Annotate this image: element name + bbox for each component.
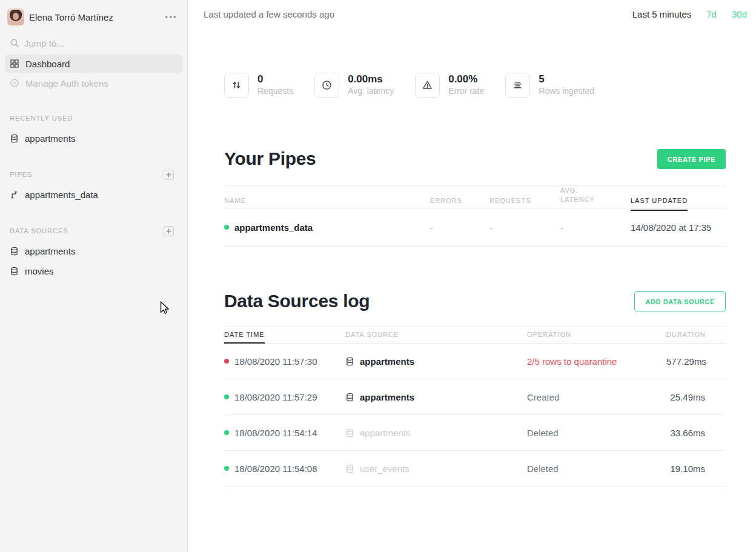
sidebar-section-recently-used: RECENTLY USED appartments bbox=[0, 113, 187, 148]
plus-icon bbox=[166, 172, 171, 178]
column-header-avg-latency[interactable]: AVG. LATENCY bbox=[560, 186, 631, 204]
rows-icon bbox=[505, 73, 530, 98]
database-icon bbox=[345, 464, 354, 473]
column-header-last-updated[interactable]: LAST UPDATED bbox=[631, 197, 726, 204]
add-data-source-button[interactable]: ADD DATA SOURCE bbox=[634, 291, 726, 311]
column-header-date-time[interactable]: DATE TIME bbox=[224, 331, 345, 338]
pipes-section: Your Pipes CREATE PIPE NAME ERRORS REQUE… bbox=[224, 148, 726, 247]
sidebar-item-recent-appartments[interactable]: appartments bbox=[0, 128, 187, 148]
log-table: DATE TIME DATA SOURCE OPERATION DURATION… bbox=[224, 326, 726, 487]
pipe-row[interactable]: appartments_data - - - 14/08/2020 at 17:… bbox=[224, 208, 726, 247]
sidebar-item-datasource-appartments[interactable]: appartments bbox=[0, 241, 187, 261]
range-30d-link[interactable]: 30d bbox=[732, 9, 747, 19]
ellipsis-icon[interactable]: ••• bbox=[162, 11, 180, 23]
log-operation[interactable]: 2/5 rows to quarantine bbox=[527, 356, 666, 367]
stat-avg-latency: 0.00ms Avg. latency bbox=[314, 73, 394, 98]
stat-rows-ingested: 5 Rows ingested bbox=[505, 73, 594, 98]
sidebar-item-dashboard[interactable]: Dashboard bbox=[5, 55, 182, 73]
status-dot-error bbox=[224, 359, 229, 364]
stat-label: Error rate bbox=[448, 85, 484, 97]
warning-triangle-icon bbox=[415, 73, 440, 98]
main-panel: Last updated a few seconds ago Last 5 mi… bbox=[188, 0, 756, 552]
status-dot bbox=[224, 430, 229, 435]
log-datasource[interactable]: appartments bbox=[345, 392, 527, 402]
last-updated-text: Last updated a few seconds ago bbox=[204, 9, 334, 19]
log-datetime: 18/08/2020 11:57:30 bbox=[234, 356, 317, 367]
log-operation: Deleted bbox=[527, 464, 666, 474]
sidebar-section-datasources: DATA SOURCES appartments bbox=[0, 225, 187, 281]
log-operation: Created bbox=[527, 392, 666, 402]
search-icon bbox=[10, 38, 19, 48]
sidebar-item-label: movies bbox=[25, 266, 54, 276]
pipes-table-header: NAME ERRORS REQUESTS AVG. LATENCY LAST U… bbox=[224, 186, 726, 208]
stat-value: 0.00ms bbox=[348, 73, 394, 85]
column-header-requests[interactable]: REQUESTS bbox=[489, 197, 560, 204]
log-duration: 19.10ms bbox=[666, 464, 726, 474]
range-last-5-minutes[interactable]: Last 5 minutes bbox=[632, 9, 692, 19]
column-header-data-source[interactable]: DATA SOURCE bbox=[345, 331, 527, 338]
log-row: 18/08/2020 11:54:14 appartments Deleted … bbox=[224, 415, 726, 451]
range-7d-link[interactable]: 7d bbox=[706, 9, 717, 19]
pipes-title: Your Pipes bbox=[224, 148, 316, 169]
user-menu[interactable]: Elena Torró Martínez ••• bbox=[0, 5, 187, 29]
dashboard-content: 0 Requests 0.00ms Avg. latency bbox=[188, 28, 756, 487]
grid-icon bbox=[10, 59, 19, 68]
column-header-duration[interactable]: DURATION bbox=[666, 331, 726, 338]
log-datetime: 18/08/2020 11:57:29 bbox=[234, 392, 317, 402]
column-header-errors[interactable]: ERRORS bbox=[430, 197, 489, 204]
datasource-name: appartments bbox=[360, 356, 414, 367]
database-icon bbox=[345, 428, 354, 437]
datasource-name: user_events bbox=[360, 464, 409, 474]
database-icon bbox=[345, 393, 354, 402]
sidebar-item-datasource-movies[interactable]: movies bbox=[0, 261, 187, 281]
sidebar-item-auth-tokens[interactable]: Manage Auth tokens bbox=[5, 74, 182, 92]
sidebar-item-label: appartments_data bbox=[25, 190, 98, 200]
datasources-log-section: Data Sources log ADD DATA SOURCE DATE TI… bbox=[224, 291, 726, 487]
database-icon bbox=[345, 357, 354, 366]
log-duration: 577.29ms bbox=[666, 356, 727, 367]
stat-error-rate: 0.00% Error rate bbox=[415, 73, 484, 98]
sidebar-item-label: Dashboard bbox=[25, 59, 70, 69]
time-range-picker: Last 5 minutes 7d 30d bbox=[632, 9, 747, 19]
stat-requests: 0 Requests bbox=[224, 73, 293, 98]
pipe-icon bbox=[10, 190, 19, 199]
stat-label: Avg. latency bbox=[348, 85, 394, 97]
stat-label: Requests bbox=[257, 85, 293, 97]
sidebar-item-label: appartments bbox=[25, 133, 75, 144]
pipe-requests: - bbox=[489, 222, 560, 233]
avatar bbox=[7, 8, 24, 25]
section-title: PIPES bbox=[10, 171, 32, 178]
pipes-table: NAME ERRORS REQUESTS AVG. LATENCY LAST U… bbox=[224, 185, 726, 247]
column-header-name[interactable]: NAME bbox=[224, 197, 430, 204]
datasource-name: appartments bbox=[360, 392, 414, 402]
jump-to-search[interactable]: Jump to... bbox=[0, 34, 187, 52]
pipe-avg-latency: - bbox=[560, 222, 631, 233]
user-name: Elena Torró Martínez bbox=[29, 12, 162, 22]
jump-to-placeholder: Jump to... bbox=[24, 38, 64, 48]
section-title: DATA SOURCES bbox=[10, 227, 68, 234]
status-dot bbox=[224, 466, 229, 471]
stat-value: 0.00% bbox=[448, 73, 484, 85]
log-datetime: 18/08/2020 11:54:08 bbox=[234, 464, 317, 474]
stat-value: 5 bbox=[539, 73, 594, 85]
add-datasource-button[interactable] bbox=[164, 226, 174, 236]
database-icon bbox=[10, 134, 19, 143]
plus-icon bbox=[166, 228, 171, 234]
clock-icon bbox=[314, 73, 339, 98]
pipe-name[interactable]: appartments_data bbox=[234, 222, 313, 233]
arrows-up-down-icon bbox=[224, 73, 249, 98]
pipe-last-updated: 14/08/2020 at 17:35 bbox=[631, 222, 726, 233]
log-datasource[interactable]: appartments bbox=[345, 356, 527, 367]
column-header-operation[interactable]: OPERATION bbox=[527, 331, 666, 338]
log-duration: 33.66ms bbox=[666, 428, 726, 438]
log-table-header: DATE TIME DATA SOURCE OPERATION DURATION bbox=[224, 327, 726, 344]
add-pipe-button[interactable] bbox=[164, 170, 174, 180]
sidebar-item-pipe-appartments-data[interactable]: appartments_data bbox=[0, 185, 187, 205]
section-title: RECENTLY USED bbox=[10, 115, 73, 122]
sidebar-nav: Dashboard Manage Auth tokens bbox=[0, 55, 187, 92]
log-title: Data Sources log bbox=[224, 291, 370, 311]
badge-check-icon bbox=[10, 78, 19, 88]
log-datasource-deleted: appartments bbox=[345, 428, 527, 438]
create-pipe-button[interactable]: CREATE PIPE bbox=[657, 149, 726, 169]
stat-value: 0 bbox=[257, 73, 293, 85]
